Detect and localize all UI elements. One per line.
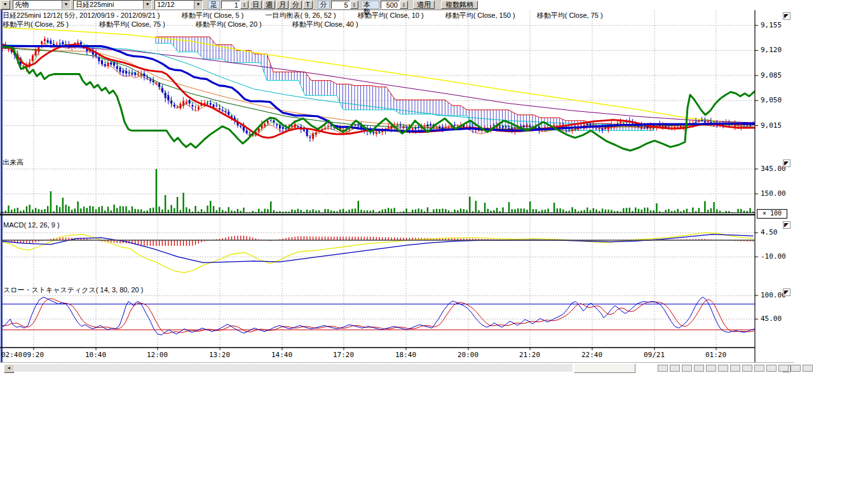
indicator-label: 移動平均( Close, 75 ) xyxy=(99,20,165,29)
stoch-axis-tick: 45.00 xyxy=(761,315,782,323)
mini-button[interactable] xyxy=(682,365,692,372)
volume-pane-label: 出来高 xyxy=(3,158,24,167)
stoch-pane-label: スロー・ストキャスティクス( 14, 3, 80, 20 ) xyxy=(3,285,143,295)
mini-toolbar xyxy=(658,365,815,372)
indicator-label: 移動平均( Close, 75 ) xyxy=(537,11,603,20)
mini-button[interactable] xyxy=(718,365,728,372)
time-axis-tick: 22:40 xyxy=(581,351,602,359)
macd-axis-tick: 4.50 xyxy=(761,228,778,236)
volume-multiplier-badge: × 100 xyxy=(757,209,787,219)
price-axis-tick: 9,155 xyxy=(761,21,782,29)
mini-button[interactable] xyxy=(730,365,740,372)
time-axis-tick: 17:20 xyxy=(333,351,354,359)
time-axis-tick: 09:20 xyxy=(23,351,44,359)
stoch-axis-tick: 100.00 xyxy=(761,291,786,299)
volume-axis-tick: 345.00 xyxy=(761,165,786,173)
macd-axis-tick: -10.00 xyxy=(761,252,786,261)
mini-button[interactable] xyxy=(670,365,680,372)
scrollbar-track[interactable] xyxy=(13,364,573,372)
scroll-left-button[interactable]: ◄ xyxy=(4,364,14,373)
chart-canvas[interactable] xyxy=(0,0,868,381)
time-axis-tick: 12:00 xyxy=(147,351,168,359)
mini-button[interactable] xyxy=(790,365,801,372)
price-axis-tick: 9,050 xyxy=(761,96,782,104)
time-axis-tick: 02:40 xyxy=(1,351,22,359)
volume-axis-tick: 150.00 xyxy=(761,189,786,198)
price-axis-tick: 9,015 xyxy=(761,121,782,130)
mini-button[interactable] xyxy=(706,365,716,372)
time-axis-tick: 21:20 xyxy=(519,351,540,359)
time-axis-tick: 20:00 xyxy=(458,351,478,359)
time-axis-tick: 14:40 xyxy=(271,351,292,359)
time-axis-tick: 18:40 xyxy=(395,351,416,359)
pane-collapse-icon[interactable]: ◤ xyxy=(783,159,790,167)
indicator-header-row2: 移動平均( Close, 25 )移動平均( Close, 75 )移動平均( … xyxy=(3,20,389,29)
indicator-label: 移動平均( Close, 25 ) xyxy=(3,20,69,29)
indicator-label: 移動平均( Close, 40 ) xyxy=(292,20,358,29)
indicator-label: 移動平均( Close, 10 ) xyxy=(358,11,424,20)
macd-pane-label: MACD( 12, 26, 9 ) xyxy=(3,221,60,229)
mini-button[interactable] xyxy=(766,365,776,372)
chart-title: 日経225mini 12/12( 5分, 2012/09/19 - 2012/0… xyxy=(3,11,160,20)
scrollbar-thumb[interactable] xyxy=(574,363,635,373)
time-axis-tick: 10:40 xyxy=(85,351,106,359)
price-axis-tick: 9,120 xyxy=(761,46,782,54)
indicator-label: 移動平均( Close, 150 ) xyxy=(445,11,515,20)
pane-collapse-icon[interactable]: ◤ xyxy=(783,288,790,296)
mini-button[interactable] xyxy=(778,365,789,372)
trading-app-window: ▼ 先物 ▼ 日経225mini ▼ 12/12 ▼ 足 1 ▲▼ 日 週 月 … xyxy=(0,0,868,488)
chart-area: 日経225mini 12/12( 5分, 2012/09/19 - 2012/0… xyxy=(0,0,868,488)
pane-collapse-icon[interactable]: ◤ xyxy=(783,12,790,20)
price-axis-tick: 9,085 xyxy=(761,71,782,79)
mini-button[interactable] xyxy=(803,365,813,372)
horizontal-scrollbar: ◄ xyxy=(0,362,794,372)
time-axis-tick: 09/21 xyxy=(644,351,665,359)
indicator-label: 移動平均( Close, 5 ) xyxy=(182,11,244,20)
indicator-label: 一目均衡表( 9, 26, 52 ) xyxy=(265,11,336,20)
mini-button[interactable] xyxy=(742,365,752,372)
time-axis-tick: 13:20 xyxy=(209,351,230,359)
time-axis-tick: 01:20 xyxy=(705,351,726,359)
pane-collapse-icon[interactable]: ◤ xyxy=(783,221,790,229)
indicator-label: 移動平均( Close, 20 ) xyxy=(196,20,262,29)
mini-button[interactable] xyxy=(694,365,704,372)
indicator-header-row1: 日経225mini 12/12( 5分, 2012/09/19 - 2012/0… xyxy=(3,11,625,20)
mini-button[interactable] xyxy=(754,365,764,372)
mini-button[interactable] xyxy=(658,365,668,372)
